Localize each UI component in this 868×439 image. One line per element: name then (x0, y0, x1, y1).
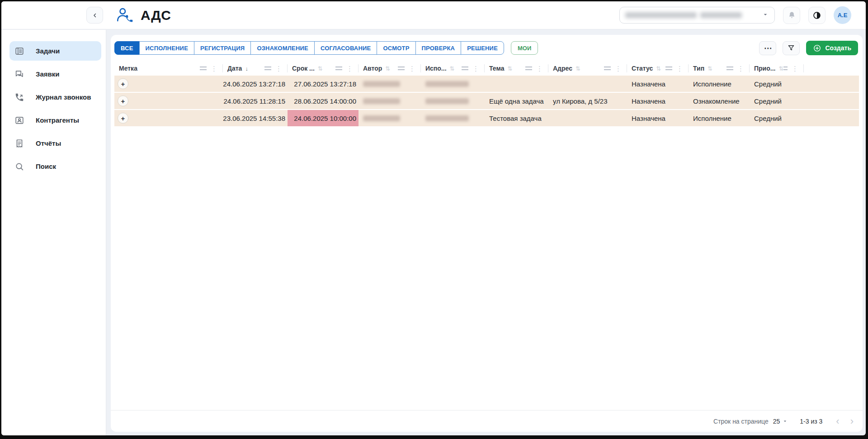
user-avatar[interactable]: А.Е (834, 6, 851, 24)
tab-check[interactable]: ПРОВЕРКА (415, 41, 462, 55)
author-cell (359, 93, 421, 109)
bell-icon (788, 11, 796, 19)
tab-decision[interactable]: РЕШЕНИЕ (461, 41, 504, 55)
column-menu-icon[interactable]: ⋮ (409, 65, 415, 72)
column-header-author[interactable]: Автор⇅⋮ (359, 61, 421, 76)
sidebar-item-search[interactable]: Поиск (9, 157, 101, 176)
column-filter-icon[interactable] (726, 67, 733, 70)
column-header-deadline[interactable]: Срок ...⇅⋮ (288, 61, 359, 76)
column-filter-icon[interactable] (604, 67, 611, 70)
column-filter-icon[interactable] (783, 67, 788, 70)
my-tasks-filter-button[interactable]: МОИ (511, 41, 538, 55)
subject-cell: Тестовая задача (485, 110, 548, 126)
table-row: +24.06.2025 13:27:1827.06.2025 13:27:18Н… (114, 76, 859, 92)
label-cell: + (114, 93, 223, 109)
column-header-executor[interactable]: Испо...⇅⋮ (421, 61, 485, 76)
more-actions-button[interactable]: ⋯ (759, 41, 776, 55)
column-filter-icon[interactable] (525, 67, 532, 70)
column-filter-icon[interactable] (462, 67, 468, 70)
page-range-label: 1-3 из 3 (800, 418, 822, 425)
expand-row-button[interactable]: + (118, 78, 128, 89)
sort-icon: ⇅ (576, 65, 580, 72)
funnel-icon (787, 44, 795, 52)
column-menu-icon[interactable]: ⋮ (346, 65, 353, 72)
sort-icon: ⇅ (385, 65, 390, 72)
sort-icon: ⇅ (778, 65, 783, 72)
sidebar-item-tasks[interactable]: Задачи (9, 41, 101, 61)
sort-icon: ⇅ (318, 65, 323, 72)
column-header-date[interactable]: Дата↓⋮ (223, 61, 288, 76)
column-menu-icon[interactable]: ⋮ (472, 65, 479, 72)
sort-icon: ⇅ (708, 65, 712, 72)
rows-per-page-value: 25 (773, 418, 780, 425)
tab-execution[interactable]: ИСПОЛНЕНИЕ (139, 41, 194, 55)
notifications-button[interactable] (783, 7, 800, 24)
filter-button[interactable] (783, 41, 800, 55)
user-context-select[interactable] (619, 7, 775, 24)
column-menu-icon[interactable]: ⋮ (792, 65, 798, 72)
column-menu-icon[interactable]: ⋮ (275, 65, 282, 72)
column-header-type[interactable]: Тип⇅⋮ (689, 61, 750, 76)
column-header-priority[interactable]: Прио...⇅⋮ (750, 61, 804, 76)
phone-icon (14, 92, 24, 102)
sidebar-item-requests[interactable]: Заявки (9, 64, 101, 84)
chevron-down-icon (782, 418, 788, 424)
column-menu-icon[interactable]: ⋮ (211, 65, 217, 72)
date-cell: 24.06.2025 13:27:18 (223, 76, 288, 92)
next-page-button[interactable]: › (850, 416, 854, 426)
tab-inspection[interactable]: ОСМОТР (377, 41, 415, 55)
column-filter-icon[interactable] (665, 67, 672, 70)
column-header-status[interactable]: Статус⇅⋮ (627, 61, 689, 76)
rows-per-page-select[interactable]: 25 (773, 418, 788, 425)
executor-redacted (425, 98, 469, 104)
tab-acquaint[interactable]: ОЗНАКОМЛЕНИЕ (250, 41, 315, 55)
phone-icon (14, 92, 24, 102)
executor-cell (421, 76, 485, 92)
collapse-sidebar-button[interactable] (86, 7, 103, 24)
deadline-cell-overdue: 24.06.2025 10:00:00 (288, 110, 359, 126)
tasks-table: Метка⋮Дата↓⋮Срок ...⇅⋮Автор⇅⋮Испо...⇅⋮Те… (111, 60, 863, 410)
rows-per-page-label: Строк на странице (713, 418, 769, 425)
column-header-subject[interactable]: Тема⇅⋮ (485, 61, 548, 76)
chevron-down-icon (762, 11, 769, 20)
create-task-button[interactable]: Создать (806, 41, 858, 55)
type-cell: Ознакомление (689, 93, 750, 109)
column-header-address[interactable]: Адрес⇅⋮ (548, 61, 627, 76)
column-menu-icon[interactable]: ⋮ (615, 65, 622, 72)
column-menu-icon[interactable]: ⋮ (676, 65, 683, 72)
column-menu-icon[interactable]: ⋮ (737, 65, 744, 72)
column-header-metka[interactable]: Метка⋮ (114, 61, 223, 76)
sidebar-item-reports[interactable]: Отчёты (9, 134, 101, 153)
prev-page-button[interactable]: ‹ (836, 416, 839, 426)
app-logo-icon (116, 6, 135, 24)
expand-row-button[interactable]: + (118, 113, 128, 124)
executor-cell (421, 93, 485, 109)
tab-all[interactable]: ВСЕ (114, 41, 140, 55)
sidebar-item-call-log[interactable]: Журнал звонков (9, 87, 101, 107)
column-filter-icon[interactable] (200, 67, 207, 70)
tab-approval[interactable]: СОГЛАСОВАНИЕ (314, 41, 377, 55)
column-menu-icon[interactable]: ⋮ (536, 65, 543, 72)
executor-redacted (425, 115, 469, 121)
column-label: Тип (693, 65, 704, 72)
tab-registration[interactable]: РЕГИСТРАЦИЯ (194, 41, 251, 55)
filler-cell (804, 93, 859, 109)
sidebar-item-contractors[interactable]: Контрагенты (9, 110, 101, 130)
table-header-row: Метка⋮Дата↓⋮Срок ...⇅⋮Автор⇅⋮Испо...⇅⋮Те… (114, 61, 859, 76)
page-title: АДС (141, 8, 171, 23)
deadline-cell: 27.06.2025 13:27:18 (288, 76, 359, 92)
sidebar: ЗадачиЗаявкиЖурнал звонковКонтрагентыОтч… (1, 30, 106, 435)
column-label: Срок ... (292, 65, 315, 72)
column-filter-icon[interactable] (264, 67, 271, 70)
column-filter-icon[interactable] (335, 67, 342, 70)
sidebar-item-label: Контрагенты (36, 116, 79, 124)
column-filter-icon[interactable] (398, 67, 405, 70)
author-redacted (363, 115, 400, 121)
sidebar-item-label: Заявки (36, 70, 59, 78)
column-label: Испо... (425, 65, 447, 72)
task-list-icon (14, 46, 24, 56)
sort-icon: ⇅ (656, 65, 661, 72)
expand-row-button[interactable]: + (118, 95, 128, 106)
priority-cell: Средний (750, 110, 804, 126)
theme-toggle-button[interactable] (808, 7, 826, 24)
